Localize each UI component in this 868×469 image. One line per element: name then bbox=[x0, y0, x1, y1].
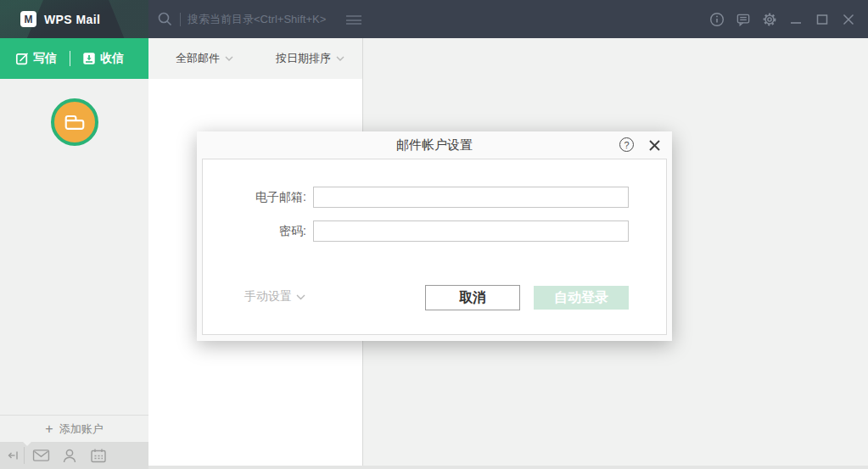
collapse-sidebar-icon[interactable] bbox=[3, 449, 22, 461]
minimize-icon[interactable] bbox=[788, 12, 804, 27]
dialog-close-icon[interactable] bbox=[647, 138, 661, 152]
gear-icon[interactable] bbox=[762, 12, 777, 27]
search-area bbox=[157, 11, 344, 27]
topbar-right-icons bbox=[709, 0, 856, 38]
filter-dropdown[interactable]: 全部邮件 bbox=[176, 51, 233, 66]
toolbar-divider bbox=[70, 51, 70, 66]
email-field[interactable] bbox=[313, 187, 629, 208]
mail-account-settings-dialog: 邮件帐户设置 ? 电子邮箱: 密码: 手动设置 取消 自动登录 bbox=[197, 131, 672, 341]
filter-label: 全部邮件 bbox=[176, 51, 220, 66]
auto-login-button[interactable]: 自动登录 bbox=[534, 286, 629, 310]
chevron-down-icon bbox=[336, 56, 344, 61]
close-window-icon[interactable] bbox=[841, 12, 856, 27]
search-icon bbox=[157, 11, 173, 27]
contacts-tab-icon[interactable] bbox=[55, 448, 84, 463]
chevron-down-icon bbox=[225, 56, 233, 61]
dialog-title: 邮件帐户设置 bbox=[396, 137, 473, 154]
info-icon[interactable] bbox=[709, 12, 725, 27]
search-input[interactable] bbox=[188, 13, 344, 25]
bottom-bar-divider bbox=[24, 447, 25, 464]
cancel-button[interactable]: 取消 bbox=[425, 285, 520, 310]
app-name: WPS Mail bbox=[44, 13, 100, 26]
mail-tab-icon[interactable] bbox=[26, 449, 55, 462]
password-field[interactable] bbox=[313, 221, 629, 242]
chevron-down-icon bbox=[296, 294, 305, 300]
sort-dropdown[interactable]: 按日期排序 bbox=[276, 51, 344, 66]
receive-button[interactable]: 收信 bbox=[82, 51, 124, 66]
pencil-square-icon bbox=[15, 52, 29, 65]
manual-settings-dropdown[interactable]: 手动设置 bbox=[244, 289, 305, 304]
compose-toolbar: 写信 收信 bbox=[0, 38, 148, 79]
mail-list-header: 全部邮件 按日期排序 bbox=[148, 38, 362, 79]
email-label: 电子邮箱: bbox=[203, 187, 306, 208]
add-account-button[interactable]: + 添加账户 bbox=[0, 415, 148, 442]
calendar-tab-icon[interactable] bbox=[84, 448, 113, 463]
account-folder-icon[interactable] bbox=[51, 98, 98, 146]
dialog-titlebar: 邮件帐户设置 ? bbox=[197, 131, 672, 159]
inbox-arrow-icon bbox=[82, 52, 96, 65]
password-label: 密码: bbox=[203, 221, 306, 242]
compose-button[interactable]: 写信 bbox=[15, 51, 57, 66]
plus-icon: + bbox=[45, 422, 53, 436]
dialog-body: 电子邮箱: 密码: 手动设置 取消 自动登录 bbox=[202, 159, 667, 335]
logo-block: M WPS Mail bbox=[0, 0, 148, 38]
wps-mail-logo-icon: M bbox=[20, 11, 36, 27]
help-icon[interactable]: ? bbox=[619, 137, 634, 152]
window-bottom-edge bbox=[148, 466, 868, 469]
bottom-tab-bar bbox=[0, 442, 148, 469]
hamburger-menu-icon[interactable] bbox=[346, 15, 361, 27]
topbar: M WPS Mail bbox=[0, 0, 868, 38]
compose-label: 写信 bbox=[33, 51, 57, 66]
manual-settings-label: 手动设置 bbox=[244, 289, 292, 304]
sidebar bbox=[0, 79, 148, 415]
maximize-icon[interactable] bbox=[815, 12, 830, 27]
active-tab-notch bbox=[23, 442, 31, 446]
add-account-label: 添加账户 bbox=[59, 422, 104, 437]
receive-label: 收信 bbox=[100, 51, 124, 66]
sort-label: 按日期排序 bbox=[276, 51, 331, 66]
wps-mail-window: M WPS Mail bbox=[0, 0, 868, 469]
search-separator bbox=[180, 13, 181, 26]
feedback-bubble-icon[interactable] bbox=[736, 12, 751, 27]
